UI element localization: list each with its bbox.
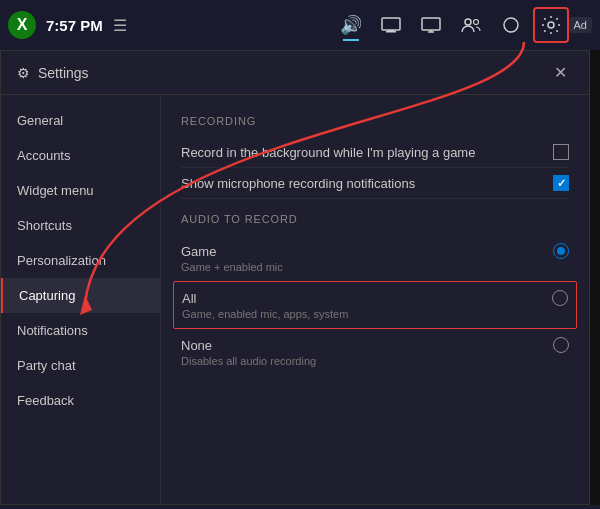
settings-button[interactable]: [533, 7, 569, 43]
mic-notifications-row: Show microphone recording notifications: [181, 168, 569, 199]
audio-option-all[interactable]: All Game, enabled mic, apps, system: [173, 281, 577, 329]
settings-title: Settings: [38, 65, 89, 81]
settings-header: ⚙ Settings ✕: [1, 51, 589, 95]
taskbar-time: 7:57 PM: [46, 17, 103, 34]
sidebar-item-notifications[interactable]: Notifications: [1, 313, 160, 348]
recording-section-label: RECORDING: [181, 115, 569, 127]
svg-rect-3: [422, 18, 440, 30]
audio-option-none[interactable]: None Disables all audio recording: [181, 329, 569, 375]
mic-notifications-checkbox[interactable]: [553, 175, 569, 191]
audio-option-game[interactable]: Game Game + enabled mic: [181, 235, 569, 281]
audio-option-all-header: All: [182, 290, 568, 306]
taskbar-icons: 🔊: [333, 7, 569, 43]
audio-game-radio[interactable]: [553, 243, 569, 259]
audio-option-none-title: None: [181, 338, 212, 353]
xbox-logo: X: [8, 11, 36, 39]
background-record-label: Record in the background while I'm playi…: [181, 145, 475, 160]
audio-option-all-title: All: [182, 291, 196, 306]
svg-rect-0: [382, 18, 400, 30]
sidebar-item-widget-menu[interactable]: Widget menu: [1, 173, 160, 208]
taskbar-left: X 7:57 PM ☰: [8, 11, 333, 39]
sidebar-item-general[interactable]: General: [1, 103, 160, 138]
sidebar-item-party-chat[interactable]: Party chat: [1, 348, 160, 383]
screen-capture-button[interactable]: [373, 7, 409, 43]
settings-gear-icon: ⚙: [17, 65, 30, 81]
sidebar-item-shortcuts[interactable]: Shortcuts: [1, 208, 160, 243]
people-button[interactable]: [453, 7, 489, 43]
mic-notifications-label: Show microphone recording notifications: [181, 176, 415, 191]
audio-option-game-sub: Game + enabled mic: [181, 261, 569, 273]
taskbar-right: Ad: [569, 17, 592, 33]
controller-button[interactable]: [493, 7, 529, 43]
right-label: Ad: [569, 17, 592, 33]
settings-title-row: ⚙ Settings: [17, 65, 89, 81]
sidebar-item-feedback[interactable]: Feedback: [1, 383, 160, 418]
audio-option-game-header: Game: [181, 243, 569, 259]
sidebar-item-accounts[interactable]: Accounts: [1, 138, 160, 173]
audio-all-radio[interactable]: [552, 290, 568, 306]
settings-sidebar: General Accounts Widget menu Shortcuts P…: [1, 95, 161, 504]
svg-point-6: [465, 19, 471, 25]
svg-point-7: [473, 20, 478, 25]
svg-point-9: [548, 22, 554, 28]
settings-main-content: RECORDING Record in the background while…: [161, 95, 589, 504]
close-button[interactable]: ✕: [548, 61, 573, 84]
monitor-button[interactable]: [413, 7, 449, 43]
audio-option-none-header: None: [181, 337, 569, 353]
audio-option-all-sub: Game, enabled mic, apps, system: [182, 308, 568, 320]
xbox-logo-text: X: [17, 16, 28, 34]
menu-icon[interactable]: ☰: [113, 16, 127, 35]
audio-none-radio[interactable]: [553, 337, 569, 353]
sidebar-item-capturing[interactable]: Capturing: [1, 278, 160, 313]
audio-section-label: AUDIO TO RECORD: [181, 213, 569, 225]
settings-modal: ⚙ Settings ✕ General Accounts Widget men…: [0, 50, 590, 505]
audio-section: AUDIO TO RECORD Game Game + enabled mic …: [181, 213, 569, 375]
taskbar: X 7:57 PM ☰ 🔊 Ad: [0, 0, 600, 50]
background-record-row: Record in the background while I'm playi…: [181, 137, 569, 168]
settings-body: General Accounts Widget menu Shortcuts P…: [1, 95, 589, 504]
background-record-checkbox[interactable]: [553, 144, 569, 160]
svg-rect-2: [386, 31, 396, 33]
sidebar-item-personalization[interactable]: Personalization: [1, 243, 160, 278]
volume-button[interactable]: 🔊: [333, 7, 369, 43]
svg-point-8: [504, 18, 518, 32]
audio-option-game-title: Game: [181, 244, 216, 259]
audio-option-none-sub: Disables all audio recording: [181, 355, 569, 367]
